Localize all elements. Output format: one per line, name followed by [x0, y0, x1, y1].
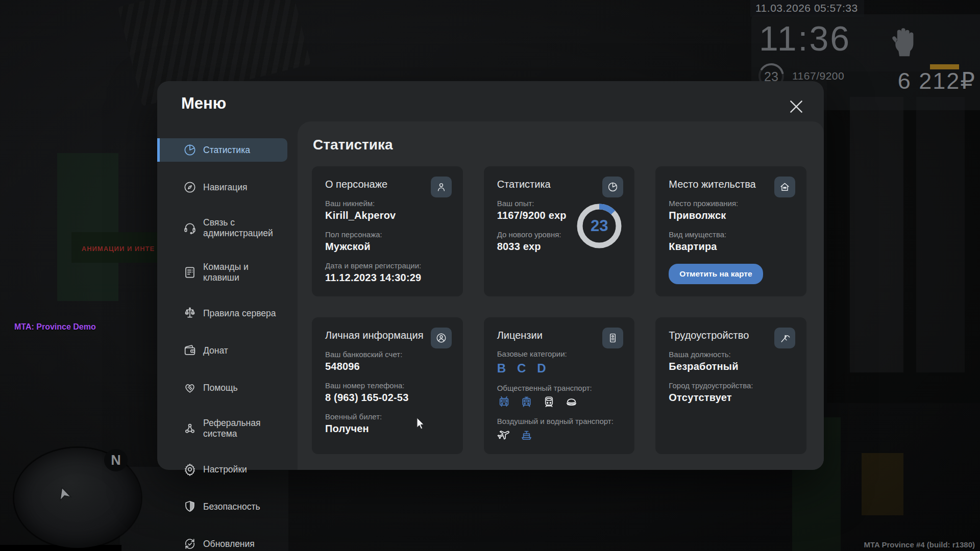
- raised-fist-icon: [889, 24, 920, 59]
- update-icon: [183, 537, 197, 551]
- field-label: До нового уровня:: [497, 230, 579, 239]
- menu-title: Меню: [181, 94, 226, 113]
- level-value: 23: [575, 202, 623, 250]
- public-transport-label: Общественный транспорт:: [497, 384, 622, 392]
- field-label: Ваш никнейм:: [325, 199, 450, 208]
- job-value: Безработный: [669, 361, 793, 372]
- sidebar-item-help[interactable]: Помощь: [157, 376, 298, 399]
- field-label: Ваш банковский счет:: [325, 350, 450, 359]
- sidebar-item-label: Реферальная система: [203, 418, 283, 439]
- handshake-heart-icon: [183, 381, 197, 395]
- nickname-value: Kirill_Akperov: [325, 210, 450, 221]
- sidebar-item-referral-system[interactable]: Реферальная система: [157, 413, 298, 444]
- plane-icon: [497, 428, 511, 442]
- sidebar-item-label: Команды и клавиши: [203, 262, 283, 283]
- sidebar-item-label: Обновления: [203, 539, 255, 549]
- card-employment: Трудоустройство Ваша должность: Безработ…: [655, 317, 806, 454]
- level-progress-ring: 23: [575, 202, 623, 250]
- air-water-label: Воздушный и водный транспорт:: [497, 417, 622, 425]
- air-water-icons: [497, 428, 622, 442]
- field-label: Место проживания:: [669, 199, 793, 208]
- sidebar-item-label: Связь с администрацией: [203, 217, 283, 239]
- mouse-cursor: [416, 417, 425, 430]
- document-icon: [183, 265, 197, 280]
- field-label: Пол персонажа:: [325, 230, 450, 239]
- window-pane: [850, 97, 903, 372]
- sidebar-item-label: Безопасность: [203, 502, 260, 512]
- menu-window: Меню Статистика Навигация Связь с админи…: [157, 81, 824, 470]
- category-c: C: [517, 361, 526, 375]
- id-card-icon: [602, 328, 623, 348]
- cards-grid: О персонаже Ваш никнейм: Kirill_Akperov …: [312, 166, 806, 454]
- page-title: Статистика: [313, 137, 810, 153]
- next-level-value: 8033 exp: [497, 241, 579, 253]
- field-label: Ваш номер телефона:: [325, 381, 450, 390]
- field-label: Военный билет:: [325, 412, 450, 421]
- field-label: Город трудоустройства:: [669, 381, 793, 390]
- hud-exp: 1167/9200: [792, 70, 844, 82]
- content-panel: Статистика О персонаже Ваш никнейм: Kiri…: [298, 121, 824, 470]
- pie-chart-icon: [183, 143, 197, 157]
- game-screen: АНИМАЦИИ И ИНТЕ 11.03.2026 05:57:33 11:3…: [0, 0, 980, 551]
- public-transport-icons: [497, 395, 622, 409]
- sidebar-item-donate[interactable]: Донат: [157, 339, 298, 362]
- registration-value: 11.12.2023 14:30:29: [325, 272, 450, 284]
- card-residence: Место жительства Место проживания: Приво…: [655, 166, 806, 296]
- compass-north-badge: N: [104, 449, 128, 471]
- category-d: D: [537, 361, 546, 375]
- field-label: Ваша должность:: [669, 350, 793, 359]
- phone-value: 8 (963) 165-02-53: [325, 392, 450, 404]
- hud-clock: 11:36: [759, 18, 851, 58]
- window-pane: [916, 97, 965, 372]
- sidebar-item-label: Правила сервера: [203, 308, 276, 319]
- sidebar-item-admin-contact[interactable]: Связь с администрацией: [157, 213, 298, 243]
- house-icon: [774, 177, 795, 197]
- sidebar-item-statistics[interactable]: Статистика: [157, 138, 287, 162]
- military-ticket-value: Получен: [325, 423, 450, 435]
- sidebar-item-settings[interactable]: Настройки: [157, 458, 298, 481]
- gear-icon: [183, 462, 197, 477]
- pie-chart-icon: [602, 177, 623, 197]
- bank-account-value: 548096: [325, 361, 450, 372]
- captain-cap-icon: [565, 395, 578, 409]
- exp-value: 1167/9200 exp: [497, 210, 579, 221]
- network-icon: [183, 421, 197, 436]
- sidebar-item-security[interactable]: Безопасность: [157, 495, 298, 518]
- scales-icon: [183, 306, 197, 320]
- green-glass-wall: [57, 153, 118, 301]
- card-character: О персонаже Ваш никнейм: Kirill_Akperov …: [312, 166, 463, 296]
- gender-value: Мужской: [325, 241, 450, 253]
- wallet-icon: [183, 343, 197, 358]
- headset-icon: [183, 221, 197, 235]
- categories-label: Базовые категории:: [497, 349, 622, 358]
- trolleybus-icon: [497, 395, 511, 409]
- train-icon: [542, 395, 556, 409]
- server-brand: MTA: Province Demo: [14, 322, 96, 332]
- sidebar: Статистика Навигация Связь с администрац…: [157, 138, 298, 551]
- person-icon: [431, 177, 452, 197]
- compass-icon: [183, 180, 197, 194]
- pickaxe-icon: [774, 328, 795, 348]
- sidebar-item-label: Донат: [203, 345, 228, 356]
- card-licenses: Лицензии Базовые категории: B C D Общест…: [484, 317, 635, 454]
- close-icon[interactable]: [788, 98, 804, 115]
- license-categories: B C D: [497, 361, 622, 375]
- city-value: Приволжск: [669, 210, 793, 221]
- sidebar-item-commands-keys[interactable]: Команды и клавиши: [157, 257, 298, 288]
- tram-icon: [520, 395, 533, 409]
- sidebar-item-label: Настройки: [203, 464, 247, 475]
- sidebar-item-label: Помощь: [203, 383, 238, 393]
- sidebar-item-navigation[interactable]: Навигация: [157, 176, 298, 199]
- field-label: Дата и время регистрации:: [325, 261, 450, 270]
- sidebar-item-label: Статистика: [203, 145, 250, 156]
- sidebar-item-label: Навигация: [203, 182, 247, 193]
- sidebar-item-server-rules[interactable]: Правила сервера: [157, 302, 298, 325]
- mark-on-map-button[interactable]: Отметить на карте: [669, 264, 763, 284]
- field-label: Ваш опыт:: [497, 199, 579, 208]
- shield-icon: [183, 499, 197, 514]
- build-label: MTA Province #4 (build: r1380): [864, 540, 975, 549]
- sidebar-item-updates[interactable]: Обновления: [157, 532, 298, 551]
- field-label: Вид имущества:: [669, 230, 793, 239]
- property-value: Квартира: [669, 241, 793, 253]
- card-stats: Статистика Ваш опыт: 1167/9200 exp До но…: [484, 166, 635, 296]
